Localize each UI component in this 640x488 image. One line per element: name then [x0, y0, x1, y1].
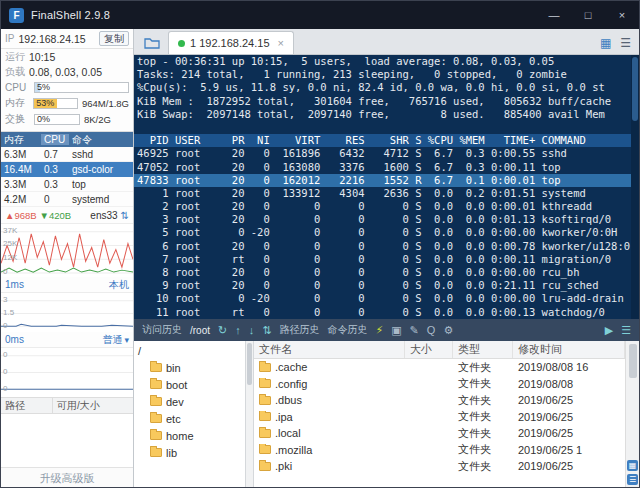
col-header-mem[interactable]: 内存 [1, 133, 41, 147]
folder-icon [259, 445, 271, 454]
process-row[interactable]: 4.2M 0 systemd [1, 192, 133, 207]
dock-grid-icon[interactable]: ▦ [627, 460, 638, 471]
process-row-selected[interactable]: 16.4M 0.3 gsd-color [1, 162, 133, 177]
swap-gauge-row: 交换 0% 8K/2G [1, 111, 133, 127]
maximize-button[interactable]: □ [571, 1, 605, 29]
refresh-icon[interactable]: ↻ [218, 325, 227, 336]
terminal-line: 6 root 20 0 0 0 0 S 0.0 0.0 0:00.78 kwor… [134, 240, 639, 253]
connections-folder-button[interactable] [139, 31, 165, 53]
terminal-line: 11 root rt 0 0 0 0 S 0.0 0.0 0:00.13 wat… [134, 306, 639, 319]
sidebar: IP 192.168.24.15 复制 运行 10:15 负载 0.08, 0.… [1, 29, 134, 488]
col-header-avail[interactable]: 可用/大小 [53, 399, 133, 413]
search-icon[interactable]: Q [427, 325, 436, 336]
terminal-scrollbar-thumb[interactable] [632, 57, 638, 121]
interface-name[interactable]: ens33 [90, 210, 117, 221]
swap-label: 交换 [5, 112, 30, 126]
col-header-type[interactable]: 类型 [453, 341, 513, 358]
copy-ip-button[interactable]: 复制 [99, 31, 129, 46]
upgrade-link[interactable]: 升级高级版 [1, 467, 133, 488]
folder-icon [150, 380, 162, 389]
terminal-line: top - 00:36:31 up 10:15, 5 users, load a… [134, 55, 639, 68]
terminal-line: KiB Swap: 2097148 total, 2097140 free, 8… [134, 108, 639, 121]
minimize-button[interactable]: — [537, 1, 571, 29]
folder-icon [150, 397, 162, 406]
gear-icon[interactable]: ⚙ [443, 325, 453, 336]
edit-icon[interactable]: ✎ [410, 325, 419, 336]
col-header-cmd[interactable]: 命令 [69, 133, 133, 147]
process-row[interactable]: 6.3M 0.7 sshd [1, 147, 133, 162]
current-path[interactable]: /root [190, 325, 210, 336]
col-header-size[interactable]: 大小 [405, 341, 453, 358]
path-history-button[interactable]: 路径历史 [279, 323, 319, 337]
col-header-cpu[interactable]: CPU [41, 134, 69, 145]
swap-percent: 0% [37, 115, 50, 124]
folder-icon [259, 429, 271, 438]
load-label: 负载 [5, 65, 25, 79]
grid-view-icon[interactable]: ▦ [600, 37, 611, 49]
tree-item[interactable]: bin [134, 359, 245, 376]
terminal-line [134, 121, 639, 134]
uptime-label: 运行 [5, 50, 25, 64]
terminal-line: 2 root 20 0 0 0 0 S 0.0 0.0 0:00.01 kthr… [134, 200, 639, 213]
parent-dir-icon[interactable]: ↑ [235, 325, 241, 336]
terminal-line: 8 root 20 0 0 0 0 S 0.0 0.0 0:00.00 rcu_… [134, 266, 639, 279]
file-row[interactable]: .dbus 文件夹 2019/06/25 [254, 392, 625, 409]
tab-close-icon[interactable]: × [278, 37, 284, 49]
tree-item[interactable]: boot [134, 376, 245, 393]
close-button[interactable]: × [605, 1, 639, 29]
folder-outline-icon [144, 36, 160, 49]
dock-menu-icon[interactable]: ☰ [627, 474, 638, 485]
col-header-filename[interactable]: 文件名 [254, 341, 405, 358]
cpu-percent: 5% [37, 83, 50, 92]
tree-item[interactable]: etc [134, 410, 245, 427]
file-scrollbar-thumb[interactable] [629, 344, 637, 378]
main-menu-icon[interactable]: ☰ [620, 37, 631, 49]
upload-icon[interactable]: ⇅ [262, 325, 271, 336]
col-header-modified[interactable]: 修改时间 [513, 341, 625, 358]
tree-scrollbar-thumb[interactable] [247, 343, 252, 385]
file-row[interactable]: .ipa 文件夹 2019/06/25 [254, 409, 625, 426]
terminal-line: KiB Mem : 1872952 total, 301604 free, 76… [134, 95, 639, 108]
folder-icon [259, 462, 271, 471]
file-row[interactable]: .mozilla 文件夹 2019/06/25 1 [254, 442, 625, 459]
ping-remote-chart: 0 0 0 [1, 347, 133, 397]
terminal-scrollbar[interactable] [631, 55, 639, 319]
tree-item[interactable]: home [134, 427, 245, 444]
command-history-button[interactable]: 命令历史 [327, 323, 367, 337]
file-row[interactable]: .pki 文件夹 2019/06/25 [254, 458, 625, 475]
tree-scrollbar[interactable] [246, 341, 254, 488]
lightning-icon[interactable]: ⚡ [375, 325, 383, 336]
process-row[interactable]: 3.3M 0.3 top [1, 177, 133, 192]
terminal[interactable]: top - 00:36:31 up 10:15, 5 users, load a… [134, 55, 639, 319]
file-row[interactable]: .config 文件夹 2019/08/08 [254, 376, 625, 393]
file-row[interactable]: .local 文件夹 2019/06/25 [254, 425, 625, 442]
terminal-line: Tasks: 214 total, 1 running, 213 sleepin… [134, 68, 639, 81]
copy-icon[interactable]: ▣ [391, 325, 401, 336]
folder-icon [150, 363, 162, 372]
file-table: 文件名 大小 类型 修改时间 .cache 文件夹 2019/08/08 16 … [254, 341, 625, 488]
folder-icon [259, 363, 271, 372]
mem-gauge-row: 内存 53% 964M/1.8G [1, 95, 133, 111]
window-controls: — □ × [537, 1, 639, 29]
ping-local-target[interactable]: 本机 [109, 278, 129, 292]
terminal-line-selected: 47833 root 20 0 162012 2216 1552 R 6.7 0… [134, 174, 639, 187]
titlebar: F FinalShell 2.9.8 — □ × [1, 1, 639, 29]
ping-remote-target[interactable]: 普通 [102, 333, 122, 347]
toolbar-menu-icon[interactable]: ☰ [621, 325, 631, 336]
tree-item[interactable]: dev [134, 393, 245, 410]
mem-percent: 53% [36, 99, 54, 108]
tree-item[interactable]: lib [134, 444, 245, 461]
connected-dot-icon [178, 40, 185, 47]
col-header-path[interactable]: 路径 [1, 398, 53, 413]
terminal-line: 3 root 20 0 0 0 0 S 0.0 0.0 0:01.13 ksof… [134, 213, 639, 226]
mem-gauge: 53% [33, 98, 78, 109]
session-tab[interactable]: 1 192.168.24.15 × [168, 31, 294, 54]
tree-item-root[interactable]: / [134, 342, 245, 359]
mem-label: 内存 [5, 96, 29, 110]
uptime-value: 10:15 [29, 51, 55, 63]
access-history-button[interactable]: 访问历史 [142, 323, 182, 337]
download-icon[interactable]: ↓ [249, 325, 255, 336]
file-row[interactable]: .cache 文件夹 2019/08/08 16 [254, 359, 625, 376]
file-table-scrollbar[interactable]: ▦ ☰ [625, 341, 639, 488]
play-icon[interactable]: ▶ [605, 325, 613, 336]
